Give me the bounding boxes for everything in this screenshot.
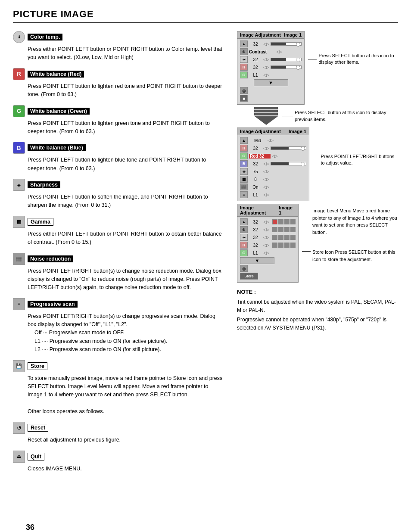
panel1-title-left: Image Adjustment <box>240 32 281 37</box>
callout-line: Press SELECT button at this icon to disp… <box>308 53 398 66</box>
arrow-line2 <box>254 110 278 112</box>
row-icon: ◈ <box>240 168 248 175</box>
row-arrows: ◁▷ <box>263 251 269 255</box>
row-arrows: ◁▷ <box>263 162 269 166</box>
row-bar <box>271 42 302 46</box>
gamma-text: Press either POINT LEFT button or POINT … <box>13 230 224 247</box>
row-icon: ▼ <box>254 79 288 86</box>
ui-row: ▼ <box>240 257 296 264</box>
image-level-icon <box>284 235 290 240</box>
row-value: 32 <box>249 42 262 47</box>
panel1-group: Image Adjustment Image 1 ▲ 32 ◁▷ <box>237 31 398 105</box>
ui-row: ▼ <box>240 79 302 86</box>
section-noise-reduction: ▒▒ Noise reduction Press POINT LEFT/RIGH… <box>13 253 224 292</box>
row-icon: ▦ <box>240 176 248 183</box>
section-header-wb-green: G White balance (Green) <box>13 105 224 117</box>
section-header-gamma: ▦ Gamma <box>13 216 224 228</box>
progressive-scan-sublist: Off ··· Progressive scan mode to OFF. L1… <box>28 329 224 354</box>
row-icon: ■ <box>240 95 248 102</box>
image-level-icon <box>272 243 277 248</box>
section-progressive-scan: ≡ Progressive scan Press POINT LEFT/RIGH… <box>13 298 224 354</box>
panel1-title-right: Image 1 <box>284 32 302 37</box>
panel2-body: ▲ Mid ◁▷ R 32 ◁▷ <box>237 135 309 201</box>
callout-line-h <box>308 59 317 59</box>
row-arrows: ◁▷ <box>263 57 269 62</box>
row-icon: G <box>240 152 248 159</box>
noise-reduction-icon: ▒▒ <box>13 253 25 265</box>
row-icon: ◎ <box>240 265 248 272</box>
wb-blue-text: Press POINT LEFT button to lighten blue … <box>13 156 224 173</box>
note-line1: Tint cannot be adjusted when the video s… <box>237 298 398 314</box>
section-header-sharpness: ◈ Sharpness <box>13 179 224 191</box>
bar-dot <box>301 146 305 151</box>
row-value: L1 <box>249 193 262 197</box>
section-reset: ↺ Reset Reset all adjustment to previous… <box>13 422 224 444</box>
ui-row: G L1 ◁▷ <box>240 249 296 256</box>
ui-row: ⊕ 32 ◁▷ <box>240 226 296 233</box>
list-item: L1 ···· Progressive scan mode to ON (for… <box>34 337 224 345</box>
section-color-temp: 🌡 Color temp. Press either POINT LEFT bu… <box>13 31 224 62</box>
callout-text: Press SELECT button at this icon to disp… <box>295 109 398 123</box>
row-value: L1 <box>249 251 262 255</box>
reset-icon: ↺ <box>13 422 25 434</box>
row-value: 32 <box>249 65 262 70</box>
sharpness-icon: ◈ <box>13 179 25 191</box>
callout-row: Image Level Menu Move a red frame pointe… <box>302 207 398 236</box>
row-value: 32 <box>249 243 262 248</box>
row-icon: R <box>240 242 248 249</box>
row-arrows: ◁▷ <box>263 220 269 224</box>
bar-dot <box>296 58 300 62</box>
arrow-line1 <box>254 107 278 109</box>
panel1: Image Adjustment Image 1 ▲ 32 ◁▷ <box>237 31 305 105</box>
ui-row: ▲ Mid ◁▷ <box>240 137 306 144</box>
section-quit: ⏏ Quit Closes IMAGE MENU. <box>13 451 224 473</box>
row-arrows: ◁▷ <box>263 65 269 69</box>
ui-row: ▒▒ On ◁▷ <box>240 184 306 190</box>
section-header-quit: ⏏ Quit <box>13 451 224 463</box>
panel3-title-right: Image 1 <box>279 205 296 215</box>
row-icon: R <box>240 64 248 71</box>
section-wb-blue: B White balance (Blue) Press POINT LEFT … <box>13 142 224 173</box>
panel2-group: Image Adjustment Image 1 ▲ Mid ◁▷ R <box>237 128 398 201</box>
row-arrows: ◁▷ <box>263 193 269 197</box>
ui-row: B 32 ◁▷ <box>240 160 306 167</box>
row-icon: ▒▒ <box>240 184 248 190</box>
wb-red-text: Press POINT LEFT button to lighten red t… <box>13 82 224 99</box>
arrow-line3 <box>254 113 278 115</box>
quit-icon: ⏏ <box>13 451 25 463</box>
section-sharpness: ◈ Sharpness Press POINT LEFT button to s… <box>13 179 224 210</box>
bar-dot <box>296 65 300 70</box>
row-icon: ⊕ <box>240 48 248 55</box>
reset-text: Reset all adjustment to previous figure. <box>13 436 224 444</box>
row-arrows: ◁▷ <box>263 42 269 46</box>
image-level-icon <box>284 243 290 248</box>
image-level-icon <box>272 219 277 224</box>
row-icon: ▲ <box>240 40 248 47</box>
row-arrows: ◁▷ <box>263 243 269 247</box>
bar-fill <box>271 162 289 165</box>
right-column: Image Adjustment Image 1 ▲ 32 ◁▷ <box>237 31 398 479</box>
row-value: 8 <box>249 177 262 182</box>
page-number: 36 <box>26 523 34 532</box>
section-header-wb-red: R White balance (Red) <box>13 68 224 80</box>
image-level-icon <box>278 219 283 224</box>
section-wb-red: R White balance (Red) Press POINT LEFT b… <box>13 68 224 99</box>
row-arrows: ◁▷ <box>276 50 282 54</box>
panel3: Image Adjustment Image 1 ▲ 32 ◁▷ <box>237 204 299 283</box>
panel2: Image Adjustment Image 1 ▲ Mid ◁▷ R <box>237 128 309 201</box>
store-icon: 💾 <box>13 360 25 372</box>
image-level-icons <box>272 235 296 240</box>
row-arrows: ◁▷ <box>263 235 269 240</box>
row-bar <box>271 58 302 61</box>
arrow-down-section: Press SELECT button at this icon to disp… <box>254 107 398 125</box>
note-block: NOTE : Tint cannot be adjusted when the … <box>237 288 398 332</box>
row-value: On <box>249 185 262 190</box>
page-title: PICTURE IMAGE <box>13 9 398 23</box>
row-value: 32 <box>249 235 262 240</box>
panel2-callout: Press POINT LEFT/RIGHT buttons to adjust… <box>309 128 398 167</box>
ui-row: Store <box>240 273 296 280</box>
row-icon: ▲ <box>240 218 248 225</box>
image-level-icon <box>272 227 277 232</box>
color-temp-label: Color temp. <box>28 34 62 40</box>
panel1-body: ▲ 32 ◁▷ ⊕ Contrast ◁▷ <box>237 39 304 104</box>
